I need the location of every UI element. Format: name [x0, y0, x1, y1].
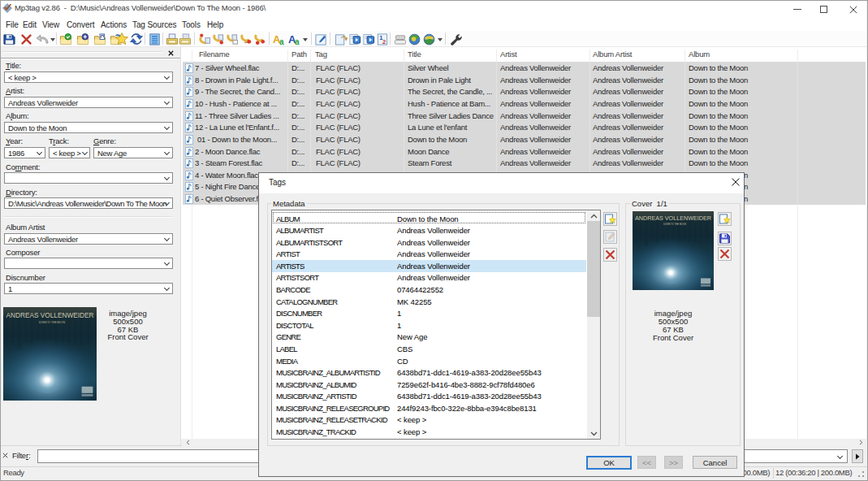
svg-text:2: 2	[382, 38, 386, 46]
svg-text:DOWN TO THE MOON: DOWN TO THE MOON	[663, 223, 686, 226]
svg-text:ANDREAS VOLLENWEIDER: ANDREAS VOLLENWEIDER	[6, 311, 93, 319]
svg-text:a: a	[279, 37, 284, 46]
svg-text:a: a	[295, 37, 300, 46]
svg-text:ANDREAS VOLLENWEIDER: ANDREAS VOLLENWEIDER	[635, 214, 712, 222]
svg-text:DOWN TO THE MOON: DOWN TO THE MOON	[39, 320, 65, 324]
